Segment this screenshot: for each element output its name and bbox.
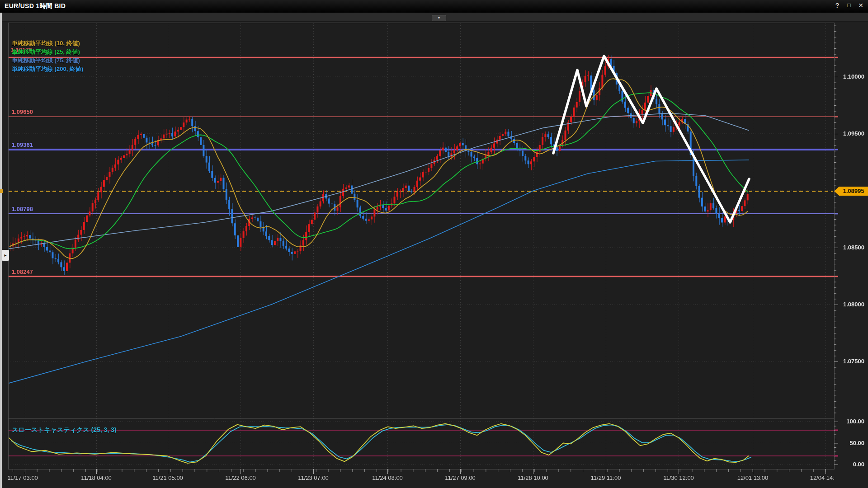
time-axis-label: 11/29 11:00 [591, 474, 621, 481]
price-axis[interactable]: 1.100001.095001.085001.080001.07500100.0… [835, 0, 867, 488]
price-tag-arrow-icon [834, 187, 839, 196]
time-axis-label: 11/18 04:00 [81, 474, 112, 481]
level-label: 1.09650 [12, 108, 33, 115]
price-axis-label: 1.08500 [843, 244, 864, 251]
price-axis-label: 1.10000 [843, 73, 864, 80]
time-axis-label: 12/04 14:00 [810, 474, 834, 481]
level-label: 1.08798 [12, 206, 33, 212]
time-axis-label: 11/17 03:00 [8, 474, 38, 481]
stoch-axis-label: 100.00 [846, 418, 864, 425]
time-axis-label: 11/27 09:00 [445, 474, 476, 481]
time-axis-label: 11/30 12:00 [663, 474, 694, 481]
level-label: 1.09361 [12, 141, 33, 148]
sidebar-expand-button[interactable]: ▸ [2, 250, 9, 261]
time-axis-label: 11/23 07:00 [298, 474, 329, 481]
time-axis[interactable]: 11/17 03:0011/18 04:0011/21 05:0011/22 0… [8, 474, 834, 483]
legend-sma-10: 単純移動平均線 (10, 終値) [12, 39, 83, 47]
time-axis-label: 11/21 05:00 [152, 474, 183, 481]
price-tag-value: 1.08995 [839, 187, 868, 196]
stoch-axis-label: 0.00 [853, 461, 864, 468]
current-price-left-marker [0, 189, 3, 193]
stoch-axis-label: 50.00 [849, 440, 864, 446]
time-axis-label: 11/28 10:00 [518, 474, 548, 481]
price-axis-label: 1.09500 [843, 130, 864, 137]
time-axis-label: 11/24 08:00 [372, 474, 403, 481]
chart-window: EUR/USD 1時間 BID ? □ ✕ ▼ ▸ 1.10170 単純移動平均… [0, 0, 868, 488]
time-axis-label: 11/22 06:00 [225, 474, 256, 481]
time-axis-label: 12/01 13:00 [737, 474, 769, 481]
sma-legend: 単純移動平均線 (10, 終値) 単純移動平均線 (25, 終値) 単純移動平均… [12, 39, 83, 73]
legend-sma-200: 単純移動平均線 (200, 終値) [12, 65, 83, 73]
legend-sma-75: 単純移動平均線 (75, 終値) [12, 56, 83, 65]
pane-dropdown-button[interactable]: ▼ [432, 15, 446, 21]
legend-sma-25: 単純移動平均線 (25, 終値) [12, 47, 83, 56]
price-axis-label: 1.07500 [843, 358, 864, 365]
level-label: 1.08247 [12, 268, 33, 275]
price-axis-label: 1.08000 [843, 301, 864, 308]
stochastics-legend: スローストキャスティクス (25, 3, 3) [12, 426, 117, 434]
chart-canvas[interactable] [0, 0, 868, 488]
title-bar[interactable]: EUR/USD 1時間 BID ? □ ✕ [0, 0, 868, 13]
window-title: EUR/USD 1時間 BID [5, 2, 66, 10]
